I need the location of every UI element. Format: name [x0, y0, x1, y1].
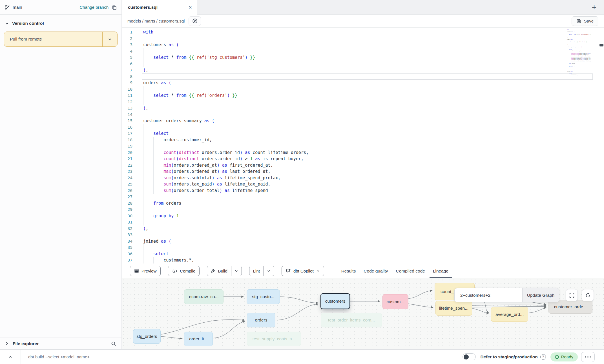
code-line[interactable]: 23max(orders.ordered_at) as last_ordered… — [122, 168, 604, 175]
defer-label: Defer to staging/production — [480, 354, 537, 359]
code-line[interactable]: 15customer_orders_summary as ( — [122, 118, 604, 124]
code-line[interactable]: 3customers as ( — [122, 42, 604, 48]
code-line[interactable]: 36select — [122, 251, 604, 257]
tab-code-quality[interactable]: Code quality — [360, 264, 392, 278]
chevron-up-icon[interactable] — [0, 350, 21, 364]
code-line[interactable]: 21count(distinct orders.order_id) > 1 as… — [122, 156, 604, 162]
open-lineage-button[interactable] — [189, 16, 201, 26]
preview-button[interactable]: Preview — [130, 266, 161, 276]
copy-icon[interactable] — [111, 5, 117, 10]
lineage-node-orders[interactable]: orders — [247, 313, 275, 327]
new-tab-button[interactable]: + — [584, 0, 604, 14]
lineage-node-average_ord[interactable]: average_ord... — [491, 307, 528, 322]
status-badge[interactable]: Ready — [550, 352, 578, 361]
save-button[interactable]: Save — [572, 16, 598, 26]
code-line[interactable]: 31 — [122, 219, 604, 225]
code-line[interactable]: 35 — [122, 244, 604, 251]
code-line[interactable]: 5select * from {{ ref('stg_customers') }… — [122, 54, 604, 61]
tab-customers-sql[interactable]: customers.sql × — [122, 0, 197, 15]
refresh-icon[interactable] — [582, 289, 594, 301]
code-line[interactable]: 32), — [122, 225, 604, 232]
editor-actionbar: Preview Compile Build — [122, 264, 604, 278]
defer-toggle[interactable] — [463, 353, 476, 360]
pull-dropdown-chevron[interactable] — [103, 37, 117, 41]
tab-compiled-code[interactable]: Compiled code — [392, 264, 429, 278]
code-line[interactable]: 27 — [122, 194, 604, 200]
code-line[interactable]: 25sum(orders.tax_paid) as lifetime_tax_p… — [122, 181, 604, 187]
lineage-search-input[interactable]: 2+customers+2 — [455, 288, 522, 302]
code-line[interactable]: 12 — [122, 99, 604, 105]
lineage-node-test_supply_costs_s[interactable]: test_supply_costs_s... — [247, 332, 301, 346]
code-line[interactable]: 11select * from {{ ref('orders') }} — [122, 92, 604, 99]
version-control-header[interactable]: Version control — [0, 15, 121, 28]
lineage-canvas[interactable]: ecom.raw_cu...stg_custo...customerscusto… — [122, 278, 604, 349]
build-dropdown-chevron[interactable] — [231, 266, 242, 276]
line-number: 28 — [124, 200, 132, 207]
lineage-node-stg_orders[interactable]: stg_orders — [133, 329, 161, 344]
code-line[interactable]: 14 — [122, 111, 604, 118]
indent-guide — [143, 162, 153, 169]
lineage-node-custom[interactable]: custom... — [382, 294, 408, 309]
more-options-button[interactable] — [581, 352, 595, 362]
compile-button[interactable]: Compile — [168, 266, 200, 276]
lineage-node-customers[interactable]: customers — [320, 293, 350, 309]
build-button-group: Build — [207, 266, 242, 276]
version-control-title: Version control — [12, 21, 44, 26]
lineage-node-order_it[interactable]: order_it... — [184, 332, 213, 346]
editor-minimap[interactable]: withcustomers as (select * from {{ ref('… — [566, 29, 590, 79]
tab-results[interactable]: Results — [337, 264, 360, 278]
code-line[interactable]: 30group by 1 — [122, 213, 604, 219]
editor-scrollbar-thumb[interactable] — [599, 44, 603, 46]
indent-guide — [143, 219, 153, 225]
code-line[interactable]: 19 — [122, 143, 604, 149]
code-line[interactable]: 13), — [122, 105, 604, 111]
code-line[interactable]: customers.*, — [566, 74, 590, 76]
close-icon[interactable]: × — [189, 5, 192, 10]
search-icon[interactable] — [111, 341, 116, 347]
code-line[interactable]: 9orders as ( — [122, 80, 604, 86]
code-line[interactable]: 20count(distinct orders.order_id) as cou… — [122, 149, 604, 156]
lineage-node-lifetime_spen[interactable]: lifetime_spen... — [435, 301, 472, 316]
update-graph-button[interactable]: Update Graph — [522, 288, 559, 302]
dbt-copilot-button[interactable]: dbt Copilot — [282, 266, 324, 276]
lint-dropdown-chevron[interactable] — [264, 266, 274, 276]
code-line[interactable]: 28from orders — [122, 200, 604, 207]
code-line[interactable]: 10 — [122, 86, 604, 93]
fullscreen-button[interactable] — [566, 289, 578, 301]
indent-guide — [143, 86, 153, 93]
code-lines[interactable]: 1with23customers as (45select * from {{ … — [122, 28, 604, 263]
code-line[interactable]: 2 — [122, 35, 604, 42]
line-number: 13 — [124, 105, 132, 111]
code-line[interactable]: 26sum(orders.order_total) as lifetime_sp… — [122, 187, 604, 194]
code-line[interactable]: 16 — [122, 124, 604, 131]
code-line[interactable]: 8 — [122, 73, 604, 80]
command-input[interactable]: dbt build --select <model_name> — [28, 354, 90, 359]
build-button[interactable]: Build — [207, 266, 231, 276]
code-line[interactable]: 37customers.*, — [122, 257, 604, 263]
code-line[interactable]: 24sum(orders.subtotal) as lifetime_spend… — [122, 175, 604, 181]
code-line[interactable]: 22min(orders.ordered_at) as first_ordere… — [122, 162, 604, 169]
lineage-node-stg_custo[interactable]: stg_custo... — [247, 289, 280, 304]
code-line[interactable]: 17select — [122, 130, 604, 137]
lineage-node-ecomraw_cu[interactable]: ecom.raw_cu... — [184, 289, 224, 304]
file-explorer-header[interactable]: File explorer — [0, 338, 121, 349]
code-line[interactable]: 6 — [122, 61, 604, 67]
pull-from-remote-button[interactable]: Pull from remote — [4, 32, 118, 47]
code-line[interactable]: 4 — [122, 48, 604, 55]
tab-lineage[interactable]: Lineage — [429, 264, 452, 278]
code-line[interactable]: 1with — [122, 29, 604, 35]
code-line[interactable]: 7), — [122, 67, 604, 73]
code-line[interactable]: 18orders.customer_id, — [122, 137, 604, 143]
editor-tabbar: customers.sql × + — [122, 0, 604, 15]
copilot-dropdown-chevron[interactable] — [316, 269, 320, 273]
code-line[interactable]: 34joined as ( — [122, 238, 604, 245]
code-editor[interactable]: 1with23customers as (45select * from {{ … — [122, 28, 604, 264]
lineage-node-test_order_items_com[interactable]: test_order_items_com... — [321, 313, 382, 327]
code-line[interactable]: 29 — [122, 206, 604, 213]
line-number: 29 — [124, 206, 132, 213]
help-icon[interactable]: ? — [540, 354, 546, 360]
lint-button[interactable]: Lint — [249, 266, 264, 276]
code-line[interactable]: 33 — [122, 232, 604, 238]
change-branch-link[interactable]: Change branch — [79, 5, 109, 10]
line-number: 5 — [124, 54, 132, 61]
